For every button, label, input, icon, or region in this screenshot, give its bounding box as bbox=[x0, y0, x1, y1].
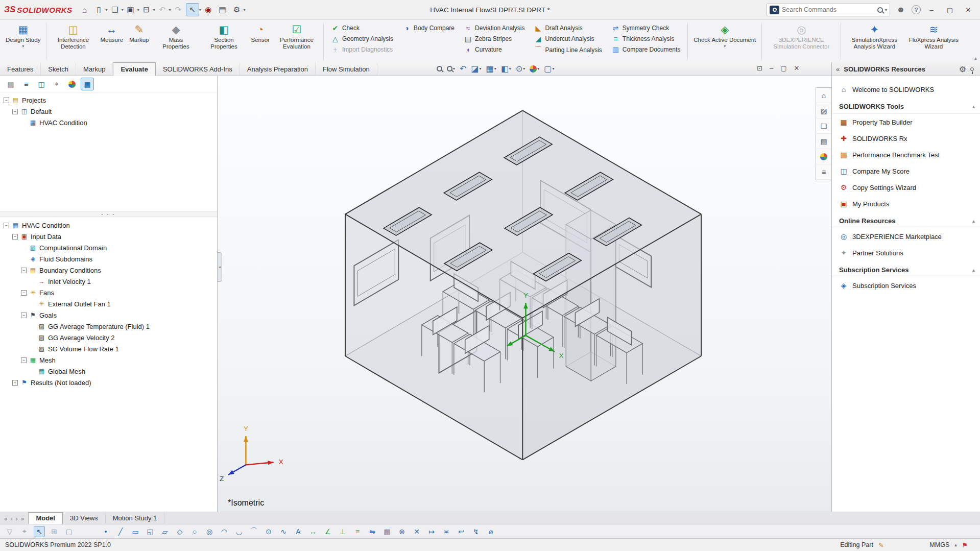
circular-pattern-icon[interactable]: ⊛ bbox=[396, 526, 408, 537]
next-tab-icon[interactable]: › bbox=[16, 515, 18, 522]
undercut-analysis-button[interactable]: ◢ Undercut Analysis bbox=[532, 34, 604, 43]
previous-view-icon[interactable]: ↶ bbox=[460, 64, 466, 74]
tree-item-computational-domain[interactable]: ▧ Computational Domain bbox=[0, 242, 217, 253]
mass-properties-button[interactable]: ◆ Mass Properties bbox=[153, 21, 200, 61]
polygon-icon[interactable]: ◇ bbox=[174, 526, 185, 537]
previous-tab-icon[interactable]: ‹ bbox=[11, 515, 13, 522]
chevron-up-icon[interactable]: ▴ bbox=[972, 218, 975, 224]
featuremanager-tab-icon[interactable]: ▤ bbox=[4, 78, 17, 90]
performance-benchmark-test-link[interactable]: ▥ Performance Benchmark Test bbox=[832, 147, 980, 163]
line-icon[interactable]: ╱ bbox=[115, 526, 126, 537]
tab-sketch[interactable]: Sketch bbox=[41, 63, 76, 76]
subscription-services-link[interactable]: ◈ Subscription Services bbox=[832, 277, 980, 294]
caret-down-icon[interactable]: ▾ bbox=[137, 8, 139, 12]
tab-solidworks-add-ins[interactable]: SOLIDWORKS Add-Ins bbox=[156, 63, 240, 76]
select-region-icon[interactable]: ⌖ bbox=[19, 526, 30, 537]
view-palette-tab-icon[interactable]: ▤ bbox=[816, 134, 831, 149]
last-tab-icon[interactable]: » bbox=[21, 515, 25, 522]
sensor-button[interactable]: ◔ Sensor bbox=[249, 21, 272, 61]
rapid-sketch-icon[interactable]: ↯ bbox=[470, 526, 482, 537]
file-properties-icon[interactable]: ▤ bbox=[216, 3, 229, 16]
curvature-button[interactable]: ◖ Curvature bbox=[462, 45, 527, 54]
angle-dimension-icon[interactable]: ∠ bbox=[322, 526, 333, 537]
ellipse-icon[interactable]: ⊙ bbox=[263, 526, 274, 537]
flow-simulation-tree-tab-icon[interactable]: ▦ bbox=[81, 78, 94, 90]
tree-item-input-data[interactable]: ▣ Input Data bbox=[0, 231, 217, 242]
ribbon-collapse-icon[interactable]: ▴ bbox=[974, 55, 977, 61]
zoom-to-area-icon[interactable]: ▾ bbox=[447, 66, 455, 71]
search-commands-box[interactable]: ▾ bbox=[767, 4, 890, 16]
units-label[interactable]: MMGS bbox=[929, 541, 949, 548]
dimxpertmanager-tab-icon[interactable]: ⌖ bbox=[50, 78, 63, 90]
tab-flow-simulation[interactable]: Flow Simulation bbox=[316, 63, 377, 76]
tree-item-projects[interactable]: ▤ Projects bbox=[0, 94, 217, 106]
doc-menu-icon[interactable]: ⊡ bbox=[757, 64, 762, 72]
expand-toggle[interactable] bbox=[21, 313, 27, 318]
tree-item-inlet-velocity-1[interactable]: → Inlet Velocity 1 bbox=[0, 276, 217, 287]
partner-solutions-link[interactable]: ✦ Partner Solutions bbox=[832, 245, 980, 261]
center-rectangle-icon[interactable]: ◱ bbox=[145, 526, 156, 537]
compare-my-score-link[interactable]: ◫ Compare My Score bbox=[832, 163, 980, 179]
selection-box-icon[interactable]: ▢ bbox=[63, 526, 75, 537]
interference-detection-button[interactable]: ◫ Interference Detection bbox=[50, 21, 97, 61]
corner-rectangle-icon[interactable]: ▭ bbox=[130, 526, 141, 537]
spline-icon[interactable]: ∿ bbox=[278, 526, 289, 537]
tab-evaluate[interactable]: Evaluate bbox=[113, 62, 155, 76]
selection-filter-icon[interactable]: ▽ bbox=[4, 526, 15, 537]
point-icon[interactable]: • bbox=[100, 526, 111, 537]
relations-icon[interactable]: ≡ bbox=[352, 526, 363, 537]
save-icon[interactable]: ▣ bbox=[124, 3, 137, 16]
smart-dimension-icon[interactable]: ↔ bbox=[307, 526, 319, 537]
view-orientation-icon[interactable]: ▦▾ bbox=[486, 64, 496, 74]
centerpoint-arc-icon[interactable]: ◠ bbox=[219, 526, 230, 537]
symmetry-check-button[interactable]: ⇌ Symmetry Check bbox=[609, 23, 682, 33]
tree-item-fluid-subdomains[interactable]: ◈ Fluid Subdomains bbox=[0, 253, 217, 265]
expand-toggle[interactable] bbox=[4, 223, 9, 228]
hide-show-items-icon[interactable]: ⊙▾ bbox=[516, 64, 525, 74]
select-icon[interactable]: ↖ bbox=[186, 3, 199, 16]
tab-features[interactable]: Features bbox=[0, 63, 41, 76]
print-icon[interactable]: ⊟ bbox=[140, 3, 153, 16]
convert-entities-icon[interactable]: ↩ bbox=[456, 526, 467, 537]
tangent-arc-icon[interactable]: ◡ bbox=[233, 526, 245, 537]
draft-analysis-button[interactable]: ◣ Draft Analysis bbox=[532, 23, 604, 33]
section-view-icon[interactable]: ◪▾ bbox=[471, 64, 481, 74]
check-active-document-button[interactable]: ◈ Check Active Document ▾ bbox=[691, 21, 758, 61]
propertymanager-tab-icon[interactable]: ≡ bbox=[19, 78, 33, 90]
new-document-icon[interactable]: ▯ bbox=[92, 3, 106, 16]
deviation-analysis-button[interactable]: ≈ Deviation Analysis bbox=[462, 23, 527, 33]
tab-motion-study-1[interactable]: Motion Study 1 bbox=[106, 513, 165, 524]
section-subscription-services[interactable]: Subscription Services ▴ bbox=[832, 266, 980, 277]
file-explorer-tab-icon[interactable]: ❏ bbox=[816, 118, 831, 134]
body-compare-button[interactable]: ◑ Body Compare bbox=[400, 23, 457, 33]
tree-item-mesh[interactable]: ▦ Mesh bbox=[0, 354, 217, 366]
solidworks-rx-link[interactable]: ✚ SOLIDWORKS Rx bbox=[832, 130, 980, 147]
extend-entities-icon[interactable]: ↦ bbox=[426, 526, 437, 537]
expand-toggle[interactable] bbox=[12, 109, 18, 114]
zebra-stripes-button[interactable]: ▤ Zebra Stripes bbox=[462, 34, 527, 43]
help-icon[interactable]: ? bbox=[912, 5, 921, 14]
apply-scene-icon[interactable]: ▢▾ bbox=[544, 64, 554, 74]
tree-item-external-outlet-fan-1[interactable]: ✳ External Outlet Fan 1 bbox=[0, 298, 217, 309]
restore-window-icon[interactable]: ▢ bbox=[942, 3, 958, 16]
close-window-icon[interactable]: ✕ bbox=[961, 3, 976, 16]
tree-item-hvac-condition[interactable]: ▦ HVAC Condition bbox=[0, 117, 217, 128]
displaymanager-tab-icon[interactable] bbox=[65, 78, 79, 90]
options-icon[interactable]: ⚙ bbox=[230, 3, 244, 16]
parting-line-analysis-button[interactable]: ⌒ Parting Line Analysis bbox=[532, 45, 604, 55]
perimeter-circle-icon[interactable]: ◎ bbox=[204, 526, 215, 537]
custom-properties-tab-icon[interactable]: ≡ bbox=[816, 164, 831, 180]
property-tab-builder-link[interactable]: ▦ Property Tab Builder bbox=[832, 114, 980, 130]
section-online-resources[interactable]: Online Resources ▴ bbox=[832, 217, 980, 228]
doc-restore-icon[interactable]: ▢ bbox=[780, 64, 786, 72]
caret-down-icon[interactable]: ▾ bbox=[885, 8, 887, 12]
offset-entities-icon[interactable]: ≍ bbox=[441, 526, 452, 537]
panel-collapse-handle[interactable]: ◂ bbox=[218, 252, 222, 282]
3dexperience-simulation-connector-button[interactable]: ◎ 3DEXPERIENCE Simulation Connector bbox=[765, 21, 838, 61]
tab-markup[interactable]: Markup bbox=[76, 63, 113, 76]
edit-appearance-icon[interactable]: ▾ bbox=[530, 65, 539, 73]
zoom-to-fit-icon[interactable] bbox=[437, 66, 442, 71]
units-caret-icon[interactable]: ▴ bbox=[954, 542, 957, 547]
expand-toggle[interactable] bbox=[21, 357, 27, 363]
minimize-window-icon[interactable]: – bbox=[924, 3, 939, 16]
